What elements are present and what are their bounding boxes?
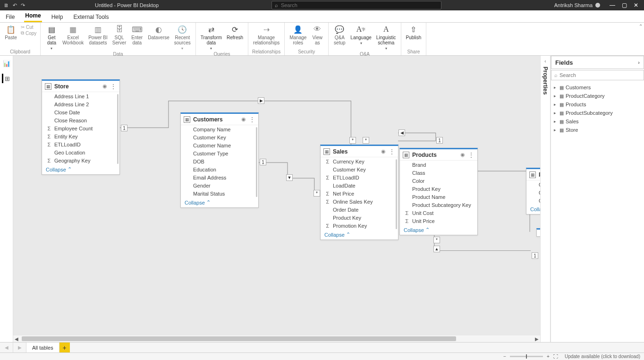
field-row[interactable]: Customer Type <box>181 149 258 157</box>
collapse-link[interactable]: Collapse⌃ <box>400 225 477 235</box>
close-button[interactable]: ✕ <box>634 2 638 9</box>
enter-data-button[interactable]: ⌨Enter data <box>129 24 145 46</box>
fields-table-node[interactable]: ▸▦ProductCategory <box>551 92 644 100</box>
fields-table-node[interactable]: ▸▦Products <box>551 100 644 109</box>
tab-help[interactable]: Help <box>51 12 64 22</box>
field-row[interactable]: Email Address <box>181 173 258 181</box>
linguistic-schema-button[interactable]: ALinguistic schema▾ <box>374 24 398 51</box>
chevron-left-icon[interactable]: ‹ <box>544 59 546 64</box>
field-row[interactable]: Class <box>400 169 477 177</box>
table-store[interactable]: ▦ Store ◉ ⋮ Address Line 1Address Line 2… <box>42 79 120 175</box>
tab-external-tools[interactable]: External Tools <box>72 12 110 22</box>
fields-table-node[interactable]: ▸▦ProductSubcategory <box>551 109 644 117</box>
excel-workbook-button[interactable]: ▦Excel Workbook <box>60 24 85 46</box>
field-row[interactable]: Customer Name <box>181 141 258 149</box>
model-view-icon[interactable]: ⊞ <box>2 74 11 83</box>
report-view-icon[interactable]: 📊 <box>2 59 11 68</box>
table-partial[interactable]: ▦ P CaCaCa Collap <box>526 168 540 214</box>
field-row[interactable]: Close Date <box>42 108 119 116</box>
paste-button[interactable]: 📋Paste <box>3 24 19 41</box>
chevron-right-icon[interactable]: › <box>638 60 640 65</box>
fields-table-node[interactable]: ▸▦Sales <box>551 117 644 126</box>
pbi-datasets-button[interactable]: ▥Power BI datasets <box>86 24 110 46</box>
field-row[interactable]: Address Line 1 <box>42 92 119 100</box>
field-row[interactable]: ΣPromotion Key <box>321 222 398 230</box>
minimize-button[interactable]: — <box>610 2 615 9</box>
field-row[interactable]: Product Subcategory Key <box>400 201 477 209</box>
collapse-link[interactable]: Collapse⌃ <box>181 197 258 207</box>
field-row[interactable]: ΣCurrency Key <box>321 157 398 165</box>
properties-pane-collapsed[interactable]: ‹ Properties <box>540 56 551 342</box>
global-search[interactable]: ⌕ <box>271 1 441 9</box>
visibility-icon[interactable]: ◉ <box>241 116 246 122</box>
get-data-button[interactable]: ▤Get data▾ <box>43 24 59 51</box>
field-row[interactable]: ΣETLLoadID <box>321 173 398 181</box>
zoom-in-button[interactable]: + <box>547 354 550 359</box>
more-icon[interactable]: ⋮ <box>389 149 395 154</box>
field-row[interactable]: ΣUnit Price <box>400 217 477 225</box>
visibility-icon[interactable]: ◉ <box>381 148 386 154</box>
manage-roles-button[interactable]: 👤Manage roles <box>288 24 308 46</box>
tab-nav-next[interactable]: ▶ <box>13 343 26 352</box>
copy-button[interactable]: ⧉Copy <box>21 30 36 36</box>
field-row[interactable]: Order Date <box>321 206 398 214</box>
view-as-button[interactable]: 👁View as <box>309 24 325 46</box>
tab-home[interactable]: Home <box>24 10 42 22</box>
field-row[interactable]: Ca <box>526 189 540 197</box>
more-icon[interactable]: ⋮ <box>468 153 475 157</box>
field-row[interactable]: Address Line 2 <box>42 100 119 108</box>
field-row[interactable]: ΣUnit Cost <box>400 209 477 217</box>
transform-data-button[interactable]: ⇄Transform data▾ <box>199 24 224 51</box>
tab-file[interactable]: File <box>5 12 16 22</box>
add-page-button[interactable]: + <box>59 343 70 352</box>
maximize-button[interactable]: ▢ <box>622 2 627 9</box>
redo-icon[interactable]: ↷ <box>21 2 25 9</box>
model-canvas[interactable]: ▦ Store ◉ ⋮ Address Line 1Address Line 2… <box>13 56 540 335</box>
fields-search[interactable]: ⌕ <box>551 70 644 80</box>
scrollbar[interactable] <box>256 127 257 197</box>
field-row[interactable]: Company Name <box>181 125 258 133</box>
field-row[interactable]: Product Key <box>400 185 477 193</box>
field-row[interactable]: ΣETLLoadID <box>42 140 119 148</box>
table-partial-2[interactable] <box>536 228 540 237</box>
field-row[interactable]: ΣGeography Key <box>42 156 119 164</box>
field-row[interactable]: Brand <box>400 161 477 169</box>
field-row[interactable]: ΣNet Price <box>321 189 398 197</box>
more-icon[interactable]: ⋮ <box>110 84 117 89</box>
publish-button[interactable]: ⇧Publish <box>404 24 424 41</box>
field-row[interactable]: Marital Status <box>181 189 258 197</box>
field-row[interactable]: Product Key <box>321 214 398 222</box>
scrollbar[interactable] <box>117 94 119 164</box>
save-icon[interactable]: 🗎 <box>4 2 9 8</box>
field-row[interactable]: Close Reason <box>42 116 119 124</box>
page-tab-all-tables[interactable]: All tables <box>26 343 59 352</box>
cut-button[interactable]: ✂Cut <box>21 25 36 30</box>
ribbon-collapse-button[interactable]: ⌃ <box>637 23 644 55</box>
update-available-link[interactable]: Update available (click to download) <box>565 354 640 359</box>
field-row[interactable]: ΣOnline Sales Key <box>321 197 398 206</box>
language-button[interactable]: A字Language▾ <box>348 24 373 46</box>
fields-search-input[interactable] <box>559 72 641 78</box>
refresh-button[interactable]: ⟳Refresh <box>225 24 245 41</box>
field-row[interactable]: Product Name <box>400 193 477 201</box>
field-row[interactable]: LoadDate <box>321 181 398 189</box>
field-row[interactable]: Geo Location <box>42 148 119 156</box>
field-row[interactable]: ΣEntity Key <box>42 132 119 140</box>
visibility-icon[interactable]: ◉ <box>102 83 107 89</box>
table-sales[interactable]: ▦ Sales ◉ ⋮ ΣCurrency KeyCustomer KeyΣET… <box>320 145 398 240</box>
fields-header[interactable]: Fields › <box>551 56 644 69</box>
horizontal-scrollbar[interactable]: ◀ ▶ <box>13 335 540 342</box>
undo-icon[interactable]: ↶ <box>13 2 17 9</box>
global-search-input[interactable] <box>281 2 438 8</box>
fields-table-node[interactable]: ▸▦Customers <box>551 83 644 92</box>
field-row[interactable]: ΣEmployee Count <box>42 124 119 132</box>
fit-to-page-button[interactable]: ⛶ <box>553 354 558 359</box>
visibility-icon[interactable]: ◉ <box>460 152 465 158</box>
more-icon[interactable]: ⋮ <box>249 117 255 122</box>
table-products[interactable]: ▦ Products ◉ ⋮ BrandClassColorProduct Ke… <box>399 148 478 235</box>
recent-sources-button[interactable]: 🕓Recent sources▾ <box>172 24 193 51</box>
field-row[interactable]: Customer Key <box>321 165 398 173</box>
field-row[interactable]: Education <box>181 165 258 173</box>
tab-nav-prev[interactable]: ◀ <box>0 343 13 352</box>
sql-server-button[interactable]: 🗄SQL Server <box>110 24 128 46</box>
